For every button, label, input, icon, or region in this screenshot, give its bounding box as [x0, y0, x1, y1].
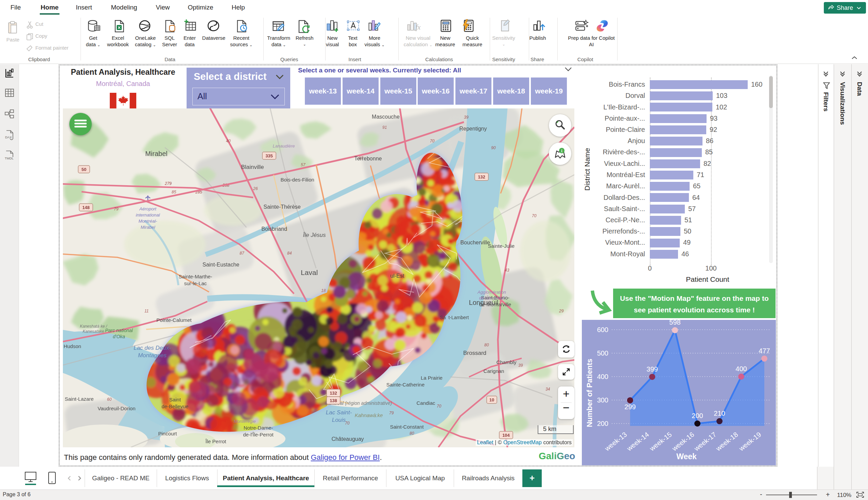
svg-text:132: 132 [478, 174, 485, 180]
svg-text:Boucherville: Boucherville [460, 240, 490, 246]
svg-text:26: 26 [253, 186, 258, 191]
svg-text:29: 29 [559, 309, 564, 314]
svg-text:80: 80 [484, 343, 489, 348]
svg-text:Sainte-Marthe-: Sainte-Marthe- [179, 274, 212, 280]
svg-text:91: 91 [382, 125, 387, 130]
svg-text:Laval: Laval [301, 269, 318, 276]
svg-text:Île Perrot: Île Perrot [205, 439, 227, 444]
svg-text:11: 11 [145, 309, 149, 314]
svg-text:Notre-Dame-: Notre-Dame- [244, 425, 273, 431]
svg-text:200: 200 [597, 420, 608, 427]
svg-text:Kahnawà:ke: Kahnawà:ke [355, 412, 383, 418]
svg-text:79: 79 [114, 207, 118, 212]
svg-text:60: 60 [107, 397, 112, 402]
svg-text:Chambly: Chambly [496, 359, 517, 365]
svg-text:fx: fx [416, 23, 421, 31]
svg-text:Agglomération: Agglomération [477, 289, 506, 295]
svg-text:335: 335 [265, 153, 273, 158]
svg-text:70: 70 [437, 404, 442, 409]
svg-text:Terrebonne: Terrebonne [354, 156, 382, 161]
svg-text:Bois-des-Filion: Bois-des-Filion [281, 177, 314, 183]
svg-text:de Longueuil: de Longueuil [479, 295, 505, 300]
svg-text:84: 84 [287, 251, 292, 255]
svg-text:de-Bellevue: de-Bellevue [161, 404, 188, 409]
svg-text:80: 80 [410, 431, 414, 436]
svg-text:Kanesatake: Kanesatake [83, 329, 104, 334]
svg-text:399: 399 [647, 365, 658, 373]
svg-text:400: 400 [597, 373, 608, 380]
svg-text:477: 477 [758, 347, 770, 354]
svg-text:Lanaudière: Lanaudière [273, 144, 295, 149]
svg-text:Carignan: Carignan [484, 368, 504, 374]
svg-text:Île Jésus: Île Jésus [303, 232, 326, 238]
svg-text:Saint-Constant: Saint-Constant [390, 424, 424, 430]
svg-text:Châteauguay: Châteauguay [331, 436, 364, 442]
svg-text:Aéroport: Aéroport [139, 206, 157, 212]
svg-text:148: 148 [82, 205, 90, 210]
svg-text:90: 90 [491, 146, 496, 150]
svg-text:DAX: DAX [5, 135, 12, 139]
svg-text:Pincourt: Pincourt [158, 431, 177, 436]
svg-text:Sa t-Lambert: Sa t-Lambert [440, 315, 469, 320]
svg-text:400: 400 [735, 365, 747, 373]
svg-text:Saint-Eustache: Saint-Eustache [203, 262, 240, 268]
svg-text:299: 299 [624, 403, 636, 411]
svg-text:39: 39 [518, 363, 523, 368]
svg-text:Parc national: Parc national [105, 328, 133, 333]
svg-text:300: 300 [597, 396, 608, 404]
svg-text:Blainville: Blainville [241, 164, 264, 170]
svg-text:La Prairie: La Prairie [421, 375, 443, 381]
svg-text:70: 70 [532, 214, 537, 218]
svg-text:Saint: Saint [169, 397, 181, 402]
svg-text:Montagnes: Montagnes [138, 352, 167, 359]
svg-text:Louis: Louis [332, 417, 346, 423]
svg-text:Saint-Lazare: Saint-Lazare [65, 396, 93, 402]
svg-text:Week: Week [676, 452, 697, 461]
svg-text:Montérégie: Montérégie [233, 419, 255, 424]
svg-text:Mascouche: Mascouche [372, 114, 400, 120]
svg-text:34: 34 [546, 387, 550, 391]
svg-text:200: 200 [692, 412, 703, 419]
svg-text:Candiac: Candiac [416, 400, 435, 406]
svg-text:600: 600 [597, 326, 608, 333]
svg-text:104: 104 [502, 433, 510, 438]
svg-text:international: international [136, 213, 160, 217]
svg-text:Brossard: Brossard [463, 350, 486, 356]
svg-text:Lac Saint-: Lac Saint- [326, 409, 352, 416]
svg-text:Sainte-Julie: Sainte-Julie [488, 243, 515, 249]
svg-text:57: 57 [301, 162, 306, 167]
svg-text:500: 500 [597, 350, 608, 357]
svg-text:Sainte-Thérèse: Sainte-Thérèse [263, 204, 300, 210]
svg-text:Lac des Deux-: Lac des Deux- [134, 345, 171, 351]
svg-text:de-Montarville: de-Montarville [479, 302, 511, 307]
svg-text:39: 39 [464, 115, 469, 120]
svg-text:Kaneshatá ke /: Kaneshatá ke / [80, 324, 108, 329]
svg-text:d'Oka: d'Oka [113, 334, 125, 339]
svg-text:Mirabel: Mirabel [145, 150, 168, 157]
svg-text:85: 85 [172, 190, 176, 194]
svg-text:Repentigny: Repentigny [459, 126, 487, 132]
svg-text:87: 87 [240, 251, 245, 255]
svg-text:70: 70 [430, 139, 435, 144]
svg-text:79: 79 [389, 411, 394, 416]
svg-text:50: 50 [82, 167, 86, 172]
svg-text:138: 138 [330, 398, 337, 403]
svg-text:210: 210 [714, 410, 725, 417]
svg-text:Mirabel: Mirabel [141, 225, 156, 230]
svg-text:279: 279 [164, 181, 172, 186]
svg-text:40: 40 [226, 139, 231, 144]
svg-text:Montréal-: Montréal- [139, 218, 158, 224]
svg-text:de-l'Île-Perrot: de-l'Île-Perrot [243, 432, 274, 438]
svg-text:sur-le-Lac: sur-le-Lac [184, 281, 207, 286]
svg-text:Boisbriand: Boisbriand [261, 226, 287, 232]
svg-text:18: 18 [321, 288, 326, 293]
svg-text:TMDL: TMDL [5, 156, 14, 160]
svg-text:Vaudreuil-Dorion: Vaudreuil-Dorion [98, 406, 135, 411]
svg-text:Number of Patients: Number of Patients [585, 359, 594, 427]
svg-text:10: 10 [489, 397, 494, 402]
svg-text:43: 43 [505, 268, 510, 273]
svg-text:Hudson: Hudson [64, 343, 81, 349]
svg-text:598: 598 [669, 320, 681, 326]
svg-text:Pointe-Calumet: Pointe-Calumet [156, 317, 192, 323]
svg-text:Sainte-Catherine: Sainte-Catherine [386, 382, 425, 387]
